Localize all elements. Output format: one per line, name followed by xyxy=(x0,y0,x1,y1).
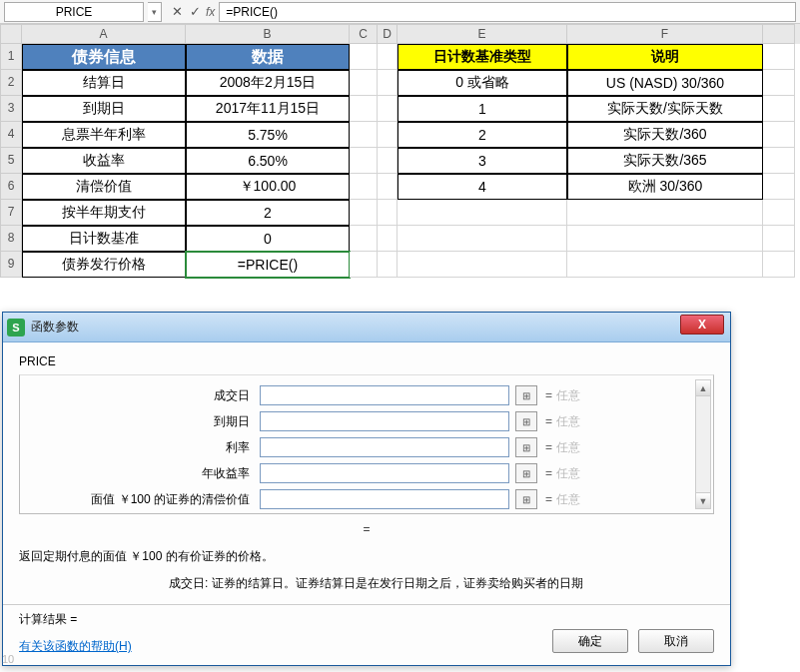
cell-E6[interactable]: 4 xyxy=(398,174,567,200)
arg-input-rate[interactable] xyxy=(260,437,509,457)
row-header-3[interactable]: 3 xyxy=(0,96,22,122)
cell-A4[interactable]: 息票半年利率 xyxy=(22,122,186,148)
cell-G9[interactable] xyxy=(763,252,795,278)
cell-B9[interactable]: =PRICE() xyxy=(186,252,350,278)
cell-D8[interactable] xyxy=(378,226,398,252)
cell-A1[interactable]: 债券信息 xyxy=(22,44,186,70)
cell-G6[interactable] xyxy=(763,174,795,200)
cell-D2[interactable] xyxy=(378,70,398,96)
cell-G7[interactable] xyxy=(763,200,795,226)
cell-A7[interactable]: 按半年期支付 xyxy=(22,200,186,226)
col-header-E[interactable]: E xyxy=(398,24,567,44)
cell-G4[interactable] xyxy=(763,122,795,148)
row-header-8[interactable]: 8 xyxy=(0,226,22,252)
cell-F4[interactable]: 实际天数/360 xyxy=(567,122,763,148)
cell-E9[interactable] xyxy=(398,252,567,278)
col-header-D[interactable]: D xyxy=(378,24,398,44)
row-header-9[interactable]: 9 xyxy=(0,252,22,278)
ref-selector-icon[interactable]: ⊞ xyxy=(515,437,537,457)
col-header-C[interactable]: C xyxy=(350,24,378,44)
cell-B2[interactable]: 2008年2月15日 xyxy=(186,70,350,96)
cell-G3[interactable] xyxy=(763,96,795,122)
cell-A9[interactable]: 债券发行价格 xyxy=(22,252,186,278)
cell-E2[interactable]: 0 或省略 xyxy=(398,70,567,96)
cell-C4[interactable] xyxy=(350,122,378,148)
cell-E3[interactable]: 1 xyxy=(398,96,567,122)
arg-input-maturity[interactable] xyxy=(260,411,509,431)
cell-G5[interactable] xyxy=(763,148,795,174)
cell-B4[interactable]: 5.75% xyxy=(186,122,350,148)
cell-B7[interactable]: 2 xyxy=(186,200,350,226)
cell-F7[interactable] xyxy=(567,200,763,226)
cell-B8[interactable]: 0 xyxy=(186,226,350,252)
cell-A6[interactable]: 清偿价值 xyxy=(22,174,186,200)
cell-F1[interactable]: 说明 xyxy=(567,44,763,70)
cell-B3[interactable]: 2017年11月15日 xyxy=(186,96,350,122)
arg-input-redemption[interactable] xyxy=(260,489,509,509)
cell-A3[interactable]: 到期日 xyxy=(22,96,186,122)
row-header-5[interactable]: 5 xyxy=(0,148,22,174)
cell-A5[interactable]: 收益率 xyxy=(22,148,186,174)
row-header-7[interactable]: 7 xyxy=(0,200,22,226)
cell-E8[interactable] xyxy=(398,226,567,252)
name-box[interactable]: PRICE xyxy=(4,2,144,22)
ref-selector-icon[interactable]: ⊞ xyxy=(515,489,537,509)
cell-C7[interactable] xyxy=(350,200,378,226)
name-box-dropdown[interactable]: ▾ xyxy=(148,2,162,22)
cell-A2[interactable]: 结算日 xyxy=(22,70,186,96)
row-header-6[interactable]: 6 xyxy=(0,174,22,200)
arg-input-yield[interactable] xyxy=(260,463,509,483)
scroll-up-icon[interactable]: ▲ xyxy=(696,380,710,396)
cell-E4[interactable]: 2 xyxy=(398,122,567,148)
select-all-corner[interactable] xyxy=(0,24,22,44)
close-button[interactable]: X xyxy=(680,315,724,335)
cell-D9[interactable] xyxy=(378,252,398,278)
cell-D4[interactable] xyxy=(378,122,398,148)
cell-F8[interactable] xyxy=(567,226,763,252)
cell-B1[interactable]: 数据 xyxy=(186,44,350,70)
cell-D5[interactable] xyxy=(378,148,398,174)
cell-D7[interactable] xyxy=(378,200,398,226)
scroll-down-icon[interactable]: ▼ xyxy=(696,492,710,508)
cell-C8[interactable] xyxy=(350,226,378,252)
cell-G1[interactable] xyxy=(763,44,795,70)
ok-button[interactable]: 确定 xyxy=(552,629,628,653)
fx-icon[interactable]: fx xyxy=(206,5,215,19)
cancel-button[interactable]: 取消 xyxy=(638,629,714,653)
cell-F9[interactable] xyxy=(567,252,763,278)
cell-G2[interactable] xyxy=(763,70,795,96)
cancel-icon[interactable]: ✕ xyxy=(168,4,186,19)
cell-C6[interactable] xyxy=(350,174,378,200)
arg-input-settlement[interactable] xyxy=(260,385,509,405)
row-header-1[interactable]: 1 xyxy=(0,44,22,70)
col-header-F[interactable]: F xyxy=(567,24,763,44)
row-header-4[interactable]: 4 xyxy=(0,122,22,148)
col-header-A[interactable]: A xyxy=(22,24,186,44)
dialog-titlebar[interactable]: S 函数参数 X xyxy=(3,313,730,342)
cell-F3[interactable]: 实际天数/实际天数 xyxy=(567,96,763,122)
cell-E5[interactable]: 3 xyxy=(398,148,567,174)
accept-icon[interactable]: ✓ xyxy=(186,4,204,19)
cell-D1[interactable] xyxy=(378,44,398,70)
cell-B6[interactable]: ￥100.00 xyxy=(186,174,350,200)
cell-A8[interactable]: 日计数基准 xyxy=(22,226,186,252)
ref-selector-icon[interactable]: ⊞ xyxy=(515,385,537,405)
cell-C2[interactable] xyxy=(350,70,378,96)
cell-F2[interactable]: US (NASD) 30/360 xyxy=(567,70,763,96)
help-link[interactable]: 有关该函数的帮助(H) xyxy=(19,639,132,653)
cell-C3[interactable] xyxy=(350,96,378,122)
cell-E1[interactable]: 日计数基准类型 xyxy=(398,44,567,70)
cell-C1[interactable] xyxy=(350,44,378,70)
col-header-blank[interactable] xyxy=(763,24,795,44)
cell-D6[interactable] xyxy=(378,174,398,200)
cell-F6[interactable]: 欧洲 30/360 xyxy=(567,174,763,200)
col-header-B[interactable]: B xyxy=(186,24,350,44)
formula-input[interactable]: =PRICE() xyxy=(219,2,796,22)
cell-B5[interactable]: 6.50% xyxy=(186,148,350,174)
cell-F5[interactable]: 实际天数/365 xyxy=(567,148,763,174)
cell-C5[interactable] xyxy=(350,148,378,174)
cell-C9[interactable] xyxy=(350,252,378,278)
ref-selector-icon[interactable]: ⊞ xyxy=(515,411,537,431)
ref-selector-icon[interactable]: ⊞ xyxy=(515,463,537,483)
row-header-2[interactable]: 2 xyxy=(0,70,22,96)
